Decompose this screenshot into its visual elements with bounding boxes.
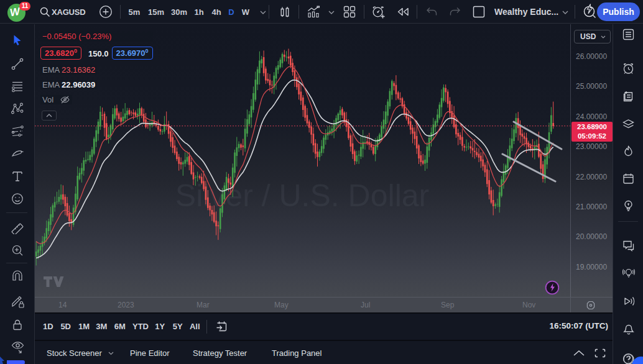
svg-text:Silver / U.S. Dollar: Silver / U.S. Dollar bbox=[175, 178, 429, 213]
